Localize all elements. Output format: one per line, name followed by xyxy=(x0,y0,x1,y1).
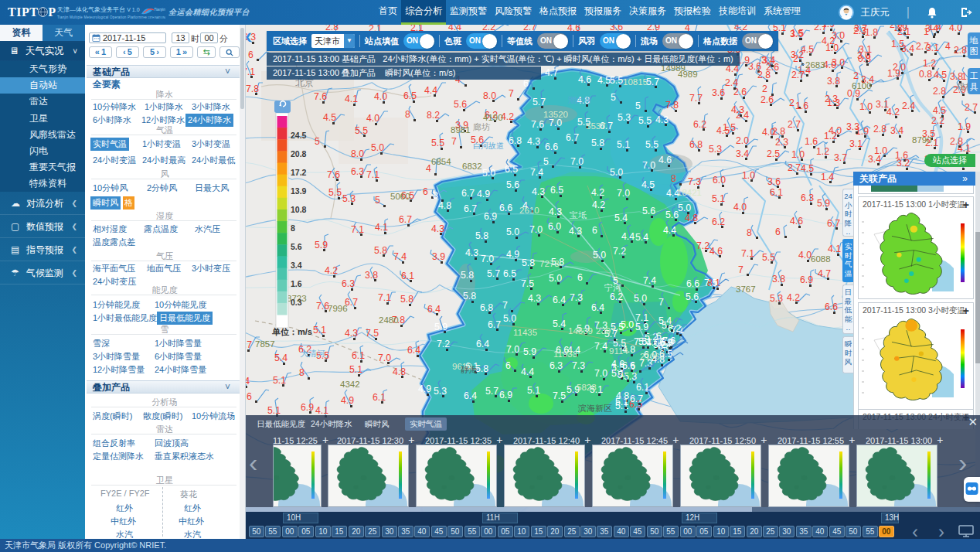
svg-text:7.2: 7.2 xyxy=(613,246,626,257)
svg-text:6.2: 6.2 xyxy=(693,119,706,130)
svg-text:6: 6 xyxy=(577,272,583,283)
svg-text:8981: 8981 xyxy=(451,125,471,135)
svg-text:2.7: 2.7 xyxy=(965,102,978,113)
svg-text:5.4: 5.4 xyxy=(274,353,288,363)
svg-text:4.3: 4.3 xyxy=(527,136,540,147)
svg-text:8.0: 8.0 xyxy=(351,148,364,159)
svg-text:5.1: 5.1 xyxy=(273,375,286,386)
svg-text:1.9: 1.9 xyxy=(887,68,900,79)
svg-text:1.2: 1.2 xyxy=(824,131,837,141)
svg-text:6.0: 6.0 xyxy=(713,175,726,186)
svg-text:6.7: 6.7 xyxy=(399,214,412,225)
svg-text:7.1: 7.1 xyxy=(351,224,364,235)
svg-text:3.0: 3.0 xyxy=(832,30,845,41)
svg-text:8: 8 xyxy=(299,367,305,378)
svg-text:4.6: 4.6 xyxy=(578,74,591,85)
svg-text:7.4: 7.4 xyxy=(530,167,543,178)
svg-text:2.1: 2.1 xyxy=(897,26,910,37)
svg-text:4.4: 4.4 xyxy=(424,85,437,96)
svg-text:5.4: 5.4 xyxy=(246,376,250,387)
svg-text:5: 5 xyxy=(375,195,380,206)
svg-text:5.1: 5.1 xyxy=(313,325,326,336)
svg-text:6.0: 6.0 xyxy=(548,221,561,232)
svg-text:7.0: 7.0 xyxy=(642,160,655,171)
svg-text:5.8: 5.8 xyxy=(461,270,474,281)
svg-text:4.1: 4.1 xyxy=(315,405,328,416)
svg-text:10.8: 10.8 xyxy=(291,205,307,214)
svg-text:5.3: 5.3 xyxy=(434,386,447,397)
svg-text:5.7: 5.7 xyxy=(485,386,499,397)
svg-text:8: 8 xyxy=(671,173,676,184)
svg-text:4.0: 4.0 xyxy=(733,202,747,213)
svg-text:7.4: 7.4 xyxy=(594,341,607,352)
svg-text:5.9: 5.9 xyxy=(315,240,328,250)
svg-text:7.6: 7.6 xyxy=(327,169,340,180)
svg-text:4.0: 4.0 xyxy=(762,127,775,138)
svg-text:5.9: 5.9 xyxy=(817,198,830,209)
svg-text:5.1: 5.1 xyxy=(527,385,540,396)
svg-text:2480: 2480 xyxy=(379,315,399,325)
svg-text:6.7: 6.7 xyxy=(461,188,475,199)
svg-text:3.4: 3.4 xyxy=(901,43,914,54)
svg-text:5.7: 5.7 xyxy=(533,97,546,107)
svg-text:1.9: 1.9 xyxy=(822,25,835,29)
svg-text:5.0: 5.0 xyxy=(371,142,384,153)
svg-text:6.3: 6.3 xyxy=(351,166,364,177)
svg-text:3.0: 3.0 xyxy=(832,57,845,68)
svg-text:17.2: 17.2 xyxy=(291,168,307,177)
svg-text:1.5: 1.5 xyxy=(723,122,736,133)
svg-text:2.0: 2.0 xyxy=(736,135,749,146)
svg-text:24.5: 24.5 xyxy=(291,131,307,140)
svg-text:4.3: 4.3 xyxy=(528,293,541,304)
svg-text:5.5: 5.5 xyxy=(645,139,658,150)
svg-text:2.7: 2.7 xyxy=(788,162,801,173)
svg-text:2.8: 2.8 xyxy=(873,124,886,135)
svg-text:4.3: 4.3 xyxy=(431,223,444,234)
svg-text:5.1: 5.1 xyxy=(712,193,725,204)
svg-text:7.5: 7.5 xyxy=(521,278,534,289)
svg-text:宝坻: 宝坻 xyxy=(570,210,587,220)
svg-text:2: 2 xyxy=(789,97,795,108)
svg-text:8.0: 8.0 xyxy=(483,90,496,101)
svg-text:3.8: 3.8 xyxy=(827,76,840,87)
svg-text:4.5: 4.5 xyxy=(934,70,947,80)
svg-text:6.8: 6.8 xyxy=(689,139,703,150)
svg-text:21067: 21067 xyxy=(640,352,665,361)
svg-text:7.0: 7.0 xyxy=(594,368,607,379)
svg-text:6.5: 6.5 xyxy=(550,185,563,196)
svg-text:6.5: 6.5 xyxy=(403,90,417,101)
svg-text:5.8: 5.8 xyxy=(374,245,387,256)
svg-text:7: 7 xyxy=(658,297,664,308)
svg-text:4.8: 4.8 xyxy=(438,200,451,211)
svg-text:8: 8 xyxy=(405,109,410,120)
svg-text:6.5: 6.5 xyxy=(505,164,518,175)
svg-text:6.7: 6.7 xyxy=(566,132,579,143)
svg-text:1.0: 1.0 xyxy=(742,170,755,181)
svg-text:13520: 13520 xyxy=(543,110,568,119)
svg-text:5.4: 5.4 xyxy=(553,319,566,329)
svg-text:4.1: 4.1 xyxy=(345,94,358,104)
svg-text:4.5: 4.5 xyxy=(933,105,946,116)
svg-text:6.7: 6.7 xyxy=(488,319,501,330)
svg-text:宁河: 宁河 xyxy=(604,283,621,292)
svg-text:潮白河: 潮白河 xyxy=(568,96,591,104)
svg-text:6.1: 6.1 xyxy=(770,187,783,198)
svg-text:7.8: 7.8 xyxy=(665,100,679,111)
svg-text:5.0: 5.0 xyxy=(506,227,519,237)
svg-text:4.2: 4.2 xyxy=(787,292,800,303)
svg-text:5.7: 5.7 xyxy=(646,77,659,87)
svg-text:7.7: 7.7 xyxy=(689,93,703,104)
svg-text:7.5: 7.5 xyxy=(634,336,647,347)
svg-text:4.2: 4.2 xyxy=(325,265,338,276)
svg-text:3.6: 3.6 xyxy=(712,87,725,98)
svg-text:6: 6 xyxy=(423,186,428,197)
svg-text:6854: 6854 xyxy=(431,157,451,166)
svg-text:4342: 4342 xyxy=(340,380,360,389)
svg-text:6: 6 xyxy=(248,49,254,60)
svg-text:6.1: 6.1 xyxy=(636,382,649,393)
svg-text:5: 5 xyxy=(662,320,667,331)
svg-text:4190: 4190 xyxy=(483,113,503,122)
svg-text:2.3: 2.3 xyxy=(825,94,838,104)
svg-text:7.0: 7.0 xyxy=(549,118,562,128)
svg-text:5.1: 5.1 xyxy=(615,397,628,407)
